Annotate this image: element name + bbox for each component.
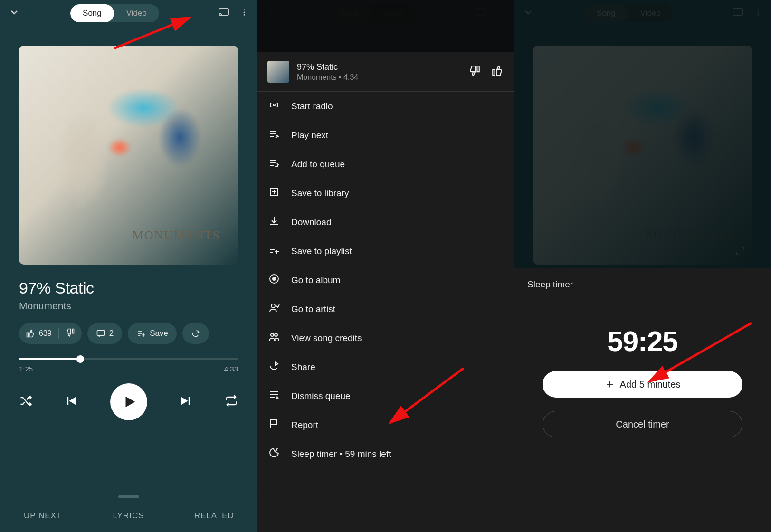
cancel-timer-button[interactable]: Cancel timer xyxy=(543,411,742,437)
svg-point-1 xyxy=(244,9,245,10)
menu-item-save-to-playlist[interactable]: Save to playlist xyxy=(257,237,514,266)
svg-rect-14 xyxy=(189,397,190,405)
svg-marker-13 xyxy=(181,397,188,405)
time-total: 4:33 xyxy=(224,365,238,373)
playback-controls xyxy=(19,383,238,420)
menu-item-label: Start radio xyxy=(291,101,333,112)
track-artist[interactable]: Monuments xyxy=(19,300,238,312)
now-playing-screen: Song Video MONUMENTS 97% Static Monument… xyxy=(0,0,257,532)
menu-item-download[interactable]: Download xyxy=(257,208,514,237)
report-icon xyxy=(268,418,280,432)
svg-point-2 xyxy=(244,12,245,13)
save-to-library-icon xyxy=(268,186,280,200)
menu-item-label: Play next xyxy=(291,130,328,141)
download-icon xyxy=(268,215,280,229)
menu-item-play-next[interactable]: Play next xyxy=(257,121,514,150)
menu-item-share[interactable]: Share xyxy=(257,352,514,381)
video-tab[interactable]: Video xyxy=(114,4,159,22)
sleep-timer-icon xyxy=(268,447,280,461)
cast-icon[interactable] xyxy=(209,7,229,20)
song-tab[interactable]: Song xyxy=(70,4,114,22)
svg-point-21 xyxy=(273,104,275,106)
svg-rect-11 xyxy=(67,397,68,405)
more-menu-icon[interactable] xyxy=(234,8,248,19)
svg-point-42 xyxy=(275,333,277,336)
repeat-icon[interactable] xyxy=(225,394,238,409)
tab-up-next[interactable]: UP NEXT xyxy=(0,504,86,532)
menu-item-label: Download xyxy=(291,217,332,228)
dislike-button[interactable] xyxy=(66,328,75,339)
share-icon xyxy=(268,360,280,374)
progress-bar[interactable] xyxy=(19,358,238,360)
menu-item-add-to-queue[interactable]: Add to queue xyxy=(257,150,514,179)
tab-lyrics[interactable]: LYRICS xyxy=(86,504,171,532)
share-button[interactable] xyxy=(182,323,209,344)
previous-icon[interactable] xyxy=(65,394,78,409)
add-5-minutes-button[interactable]: Add 5 minutes xyxy=(543,371,742,398)
play-button[interactable] xyxy=(110,383,147,420)
svg-rect-48 xyxy=(270,420,277,425)
action-row: 639 2 Save xyxy=(19,323,257,344)
comments-button[interactable]: 2 xyxy=(87,323,122,344)
sleep-timer-sheet: Sleep timer 59:25 Add 5 minutes Cancel t… xyxy=(514,268,771,532)
context-menu-screen: Song Video 97% Static Monuments • 4:34 S… xyxy=(257,0,514,532)
menu-item-sleep-timer[interactable]: Sleep timer • 59 mins left xyxy=(257,439,514,468)
shuffle-icon[interactable] xyxy=(19,394,32,409)
menu-item-label: View song credits xyxy=(291,333,362,343)
song-video-toggle[interactable]: Song Video xyxy=(70,4,159,22)
thumbs-down-icon[interactable] xyxy=(468,65,481,79)
view-credits-icon xyxy=(268,331,280,345)
svg-point-39 xyxy=(273,277,276,280)
svg-marker-12 xyxy=(125,397,135,408)
svg-marker-10 xyxy=(69,397,76,405)
like-button[interactable]: 639 xyxy=(26,329,52,338)
menu-item-start-radio[interactable]: Start radio xyxy=(257,92,514,121)
go-to-album-icon xyxy=(268,273,280,287)
svg-point-3 xyxy=(244,14,245,16)
timer-countdown: 59:25 xyxy=(607,325,677,358)
menu-item-go-to-album[interactable]: Go to album xyxy=(257,266,514,294)
play-next-icon xyxy=(268,128,280,142)
menu-item-label: Dismiss queue xyxy=(291,391,351,401)
svg-rect-0 xyxy=(219,9,228,15)
top-bar: Song Video xyxy=(0,0,257,27)
menu-track-subtitle: Monuments • 4:34 xyxy=(297,73,461,82)
svg-point-40 xyxy=(271,304,275,308)
menu-item-label: Add to queue xyxy=(291,159,345,170)
menu-item-label: Go to album xyxy=(291,275,341,285)
svg-point-41 xyxy=(271,333,274,336)
add-to-queue-icon xyxy=(268,157,280,171)
context-menu: 97% Static Monuments • 4:34 Start radioP… xyxy=(257,52,514,532)
tab-related[interactable]: RELATED xyxy=(171,504,257,532)
menu-item-label: Report xyxy=(291,420,318,430)
menu-track-title: 97% Static xyxy=(297,62,461,72)
mini-album-art xyxy=(267,61,289,83)
menu-item-label: Save to playlist xyxy=(291,246,352,256)
track-title: 97% Static xyxy=(19,279,238,297)
menu-item-dismiss-queue[interactable]: Dismiss queue xyxy=(257,381,514,410)
menu-item-label: Sleep timer • 59 mins left xyxy=(291,449,391,459)
chevron-down-icon[interactable] xyxy=(9,7,20,20)
menu-item-label: Save to library xyxy=(291,188,349,199)
save-to-playlist-icon xyxy=(268,244,280,258)
sleep-timer-screen: Song Video MONUMENTS 97% Static Monument… xyxy=(514,0,771,532)
menu-item-label: Share xyxy=(291,362,315,372)
sleep-timer-title: Sleep timer xyxy=(514,268,771,301)
save-button[interactable]: Save xyxy=(128,323,177,344)
bottom-sheet-tabs[interactable]: UP NEXT LYRICS RELATED xyxy=(0,490,257,532)
thumbs-up-icon[interactable] xyxy=(491,65,504,79)
svg-rect-4 xyxy=(97,330,104,335)
time-current: 1:25 xyxy=(19,365,33,373)
menu-item-go-to-artist[interactable]: Go to artist xyxy=(257,294,514,323)
menu-item-label: Go to artist xyxy=(291,304,335,314)
dismiss-queue-icon xyxy=(268,389,280,403)
menu-item-view-credits[interactable]: View song credits xyxy=(257,323,514,352)
album-art-text: MONUMENTS xyxy=(133,228,221,243)
menu-item-save-to-library[interactable]: Save to library xyxy=(257,179,514,208)
album-art[interactable]: MONUMENTS xyxy=(19,46,238,265)
start-radio-icon xyxy=(268,99,280,113)
next-icon[interactable] xyxy=(179,394,192,409)
go-to-artist-icon xyxy=(268,302,280,316)
menu-item-report[interactable]: Report xyxy=(257,410,514,439)
